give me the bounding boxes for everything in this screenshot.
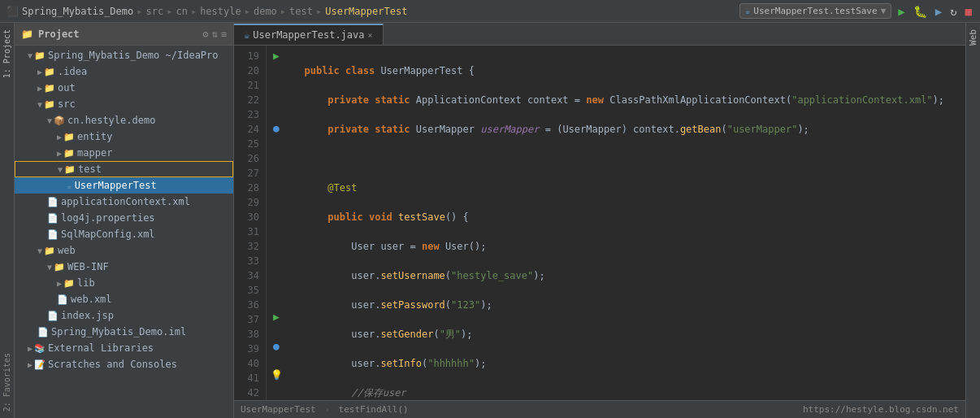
- library-icon: 📚: [34, 343, 46, 354]
- status-sep: ›: [324, 404, 330, 415]
- path-hestyle: hestyle: [200, 6, 241, 17]
- breadcrumb-sep6: ▸: [316, 6, 322, 17]
- run-button[interactable]: ▶: [896, 3, 906, 20]
- line-numbers: 19202122 23242526 27282930 31323334 3536…: [234, 46, 267, 400]
- project-name: Spring_Mybatis_Demo: [22, 6, 133, 17]
- tree-item-webxml[interactable]: 📄 web.xml: [15, 291, 233, 307]
- title-bar: ⬛ Spring_Mybatis_Demo ▸ src ▸ cn ▸ hesty…: [0, 0, 980, 23]
- tree-item-scratches[interactable]: ▶ 📝 Scratches and Consoles: [15, 356, 233, 372]
- expand-icon: ▼: [47, 263, 52, 272]
- run-config-dropdown-icon[interactable]: ▼: [881, 6, 887, 16]
- project-tree: ▼ 📁 Spring_Mybatis_Demo ~/IdeaPro ▶ 📁 .i…: [15, 46, 233, 418]
- tree-item-lib[interactable]: ▶ 📁 lib: [15, 275, 233, 291]
- run-coverage-button[interactable]: ▶: [934, 3, 943, 20]
- editor-content: 19202122 23242526 27282930 31323334 3536…: [234, 46, 965, 400]
- tab-close-button[interactable]: ×: [368, 31, 373, 40]
- project-settings-icon[interactable]: ≡: [221, 28, 227, 40]
- tree-item-label: Scratches and Consoles: [48, 359, 177, 370]
- project-tab[interactable]: 1: Project: [1, 23, 13, 85]
- tree-item-log4j[interactable]: 📄 log4j.properties: [15, 210, 233, 226]
- breadcrumb-sep5: ▸: [280, 6, 286, 17]
- status-url: https://hestyle.blog.csdn.net: [803, 404, 959, 415]
- tree-item-src[interactable]: ▼ 📁 src: [15, 96, 233, 112]
- tree-item-web[interactable]: ▼ 📁 web: [15, 242, 233, 259]
- package-icon: 📦: [54, 115, 65, 126]
- folder-icon: 📁: [44, 67, 55, 77]
- breadcrumb-sep4: ▸: [245, 6, 250, 17]
- tab-java-icon: ☕: [244, 29, 249, 41]
- tree-item-label: out: [58, 82, 76, 94]
- tree-item-label: web.xml: [71, 294, 112, 305]
- breadcrumb-sep1: ▸: [137, 6, 142, 17]
- gutter-debug-39[interactable]: ●: [273, 339, 280, 354]
- main-area: 1: Project 2: Favorites 📁 Project ⚙ ⇅ ≡ …: [0, 23, 980, 418]
- code-line-28: user.setGender("男");: [293, 327, 959, 342]
- run-config-selector[interactable]: ☕ UserMapperTest.testSave ▼: [739, 3, 892, 19]
- folder-icon: 📁: [63, 132, 75, 142]
- gutter-run-19[interactable]: ▶: [273, 49, 280, 63]
- gutter-debug-24[interactable]: ●: [273, 121, 280, 136]
- folder-icon: 📁: [63, 148, 75, 159]
- project-gear-icon[interactable]: ⚙: [202, 28, 208, 40]
- folder-icon: 📁: [44, 246, 55, 256]
- expand-icon: ▶: [37, 67, 42, 76]
- code-line-29: user.setInfo("hhhhhh");: [293, 356, 959, 371]
- tree-item-webinf[interactable]: ▼ 📁 WEB-INF: [15, 259, 233, 275]
- run-config-label: UserMapperTest.testSave: [753, 6, 877, 16]
- tree-item-label: applicationContext.xml: [61, 196, 190, 207]
- code-line-30: //保存user: [293, 385, 959, 400]
- project-sort-icon[interactable]: ⇅: [212, 28, 218, 40]
- project-panel: 📁 Project ⚙ ⇅ ≡ ▼ 📁 Spring_Mybatis_Demo …: [15, 23, 234, 418]
- tree-item-test[interactable]: ▼ 📁 test: [15, 161, 233, 177]
- project-header-icon: 📁: [21, 28, 33, 40]
- status-file: UserMapperTest: [241, 404, 316, 415]
- tree-item-appcontext[interactable]: 📄 applicationContext.xml: [15, 194, 233, 210]
- tree-item-external-libs[interactable]: ▶ 📚 External Libraries: [15, 340, 233, 356]
- favorites-tab[interactable]: 2: Favorites: [1, 346, 13, 418]
- expand-icon: ▼: [37, 100, 42, 109]
- breadcrumb-sep2: ▸: [167, 6, 172, 17]
- tree-item-label: mapper: [77, 147, 112, 159]
- code-area[interactable]: public class UserMapperTest { private st…: [286, 46, 965, 400]
- breadcrumb-sep3: ▸: [191, 6, 197, 17]
- gutter-bulb-41[interactable]: 💡: [271, 368, 283, 382]
- debug-button[interactable]: 🐛: [912, 3, 929, 20]
- code-line-19: public class UserMapperTest {: [293, 63, 959, 78]
- expand-icon: ▶: [57, 279, 62, 288]
- code-line-20: private static ApplicationContext contex…: [293, 93, 959, 107]
- tree-item-label: Spring_Mybatis_Demo.iml: [51, 326, 186, 337]
- project-panel-header: 📁 Project ⚙ ⇅ ≡: [15, 23, 233, 46]
- folder-icon: 📁: [44, 99, 55, 110]
- web-side-tab[interactable]: Web: [966, 23, 980, 52]
- tree-item-idea[interactable]: ▶ 📁 .idea: [15, 63, 233, 80]
- refresh-button[interactable]: ↻: [948, 3, 958, 20]
- jsp-file-icon: 📄: [47, 311, 59, 321]
- tree-item-iml[interactable]: 📄 Spring_Mybatis_Demo.iml: [15, 324, 233, 340]
- tree-item-cn-hestyle-demo[interactable]: ▼ 📦 cn.hestyle.demo: [15, 112, 233, 128]
- gutter-run-37[interactable]: ▶: [273, 310, 280, 324]
- expand-icon: ▼: [58, 165, 63, 174]
- tree-item-label: web: [58, 245, 76, 256]
- tree-item-usermappertest[interactable]: ☕ UserMapperTest: [15, 177, 233, 194]
- tree-item-indexjsp[interactable]: 📄 index.jsp: [15, 307, 233, 324]
- tree-item-entity[interactable]: ▶ 📁 entity: [15, 128, 233, 145]
- tree-item-mapper[interactable]: ▶ 📁 mapper: [15, 145, 233, 161]
- tree-item-root[interactable]: ▼ 📁 Spring_Mybatis_Demo ~/IdeaPro: [15, 47, 233, 63]
- stop-button[interactable]: ■: [964, 3, 973, 20]
- xml-file-icon: 📄: [47, 229, 59, 240]
- left-side-tabs: 1: Project 2: Favorites: [0, 23, 15, 418]
- tree-item-sqlmapconfig[interactable]: 📄 SqlMapConfig.xml: [15, 226, 233, 242]
- expand-icon: ▶: [57, 133, 62, 142]
- tree-item-out[interactable]: ▶ 📁 out: [15, 80, 233, 96]
- editor-tab-usermappertest[interactable]: ☕ UserMapperTest.java ×: [234, 24, 384, 45]
- path-src: src: [146, 6, 164, 17]
- scratches-icon: 📝: [34, 359, 46, 370]
- active-file: UserMapperTest: [325, 6, 407, 17]
- tree-item-label: entity: [77, 131, 112, 142]
- folder-icon: 📁: [54, 262, 65, 272]
- tree-item-label: src: [58, 98, 76, 110]
- editor-tabs: ☕ UserMapperTest.java ×: [234, 23, 965, 46]
- code-line-21: private static UserMapper userMapper = (…: [293, 122, 959, 137]
- expand-icon: ▶: [37, 84, 42, 93]
- status-method: testFindAll(): [339, 404, 409, 415]
